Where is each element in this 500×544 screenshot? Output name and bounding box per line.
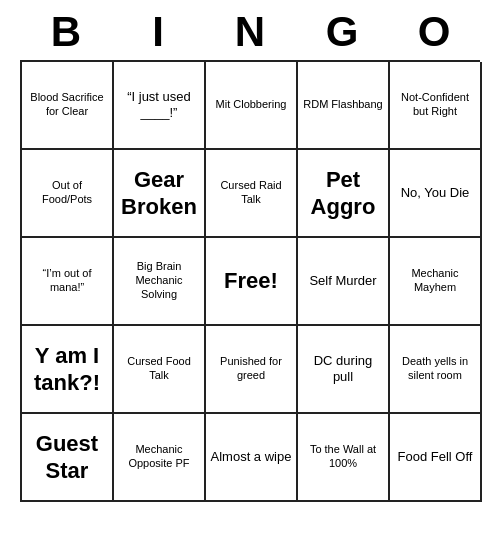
bingo-cell: Death yells in silent room xyxy=(390,326,482,414)
bingo-cell: Gear Broken xyxy=(114,150,206,238)
bingo-cell: Mit Clobbering xyxy=(206,62,298,150)
bingo-cell: Pet Aggro xyxy=(298,150,390,238)
letter-n: N xyxy=(204,8,296,56)
bingo-cell: Guest Star xyxy=(22,414,114,502)
bingo-cell: Mechanic Mayhem xyxy=(390,238,482,326)
bingo-cell: RDM Flashbang xyxy=(298,62,390,150)
letter-b: B xyxy=(20,8,112,56)
bingo-cell: Food Fell Off xyxy=(390,414,482,502)
letter-i: I xyxy=(112,8,204,56)
bingo-cell: Y am I tank?! xyxy=(22,326,114,414)
bingo-cell: Cursed Food Talk xyxy=(114,326,206,414)
bingo-cell: Punished for greed xyxy=(206,326,298,414)
bingo-cell: Almost a wipe xyxy=(206,414,298,502)
bingo-cell: Mechanic Opposite PF xyxy=(114,414,206,502)
bingo-cell: Not-Confident but Right xyxy=(390,62,482,150)
letter-o: O xyxy=(388,8,480,56)
bingo-cell: DC during pull xyxy=(298,326,390,414)
bingo-cell: To the Wall at 100% xyxy=(298,414,390,502)
bingo-cell: “I’m out of mana!” xyxy=(22,238,114,326)
bingo-grid: Blood Sacrifice for Clear“I just used __… xyxy=(20,60,480,502)
bingo-cell: Cursed Raid Talk xyxy=(206,150,298,238)
letter-g: G xyxy=(296,8,388,56)
bingo-cell: Out of Food/Pots xyxy=(22,150,114,238)
bingo-cell: No, You Die xyxy=(390,150,482,238)
bingo-cell: Big Brain Mechanic Solving xyxy=(114,238,206,326)
bingo-cell: Blood Sacrifice for Clear xyxy=(22,62,114,150)
bingo-cell: “I just used ____!” xyxy=(114,62,206,150)
bingo-cell: Self Murder xyxy=(298,238,390,326)
bingo-cell: Free! xyxy=(206,238,298,326)
bingo-title: B I N G O xyxy=(20,0,480,60)
